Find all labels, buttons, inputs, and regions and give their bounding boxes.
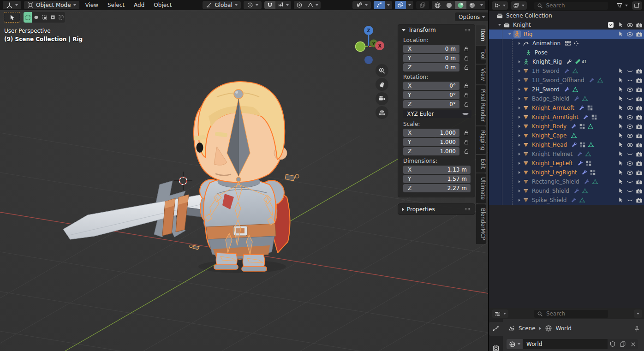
selectable-icon[interactable] bbox=[617, 31, 624, 37]
expand-icon[interactable] bbox=[519, 79, 520, 82]
menu-object[interactable]: Object bbox=[150, 1, 175, 9]
gizmo-neg-y-axis[interactable] bbox=[356, 42, 365, 52]
expand-icon[interactable] bbox=[519, 134, 520, 137]
properties-subpanel-header[interactable]: Properties bbox=[398, 203, 475, 215]
fake-user-button[interactable] bbox=[608, 339, 618, 349]
selectable-icon[interactable] bbox=[617, 142, 624, 148]
expand-icon[interactable] bbox=[508, 33, 511, 35]
viewport-3d[interactable]: Object Mode View Select Add Object Globa… bbox=[0, 0, 488, 351]
gizmos-dropdown[interactable] bbox=[385, 1, 392, 9]
expand-icon[interactable] bbox=[519, 190, 520, 192]
render-camera-icon[interactable] bbox=[635, 105, 643, 112]
tab-tool-properties[interactable] bbox=[489, 322, 503, 336]
scale-x-field[interactable]: X1.000 bbox=[403, 129, 459, 137]
selectable-icon[interactable] bbox=[617, 197, 624, 203]
expand-icon[interactable] bbox=[519, 180, 520, 183]
location-z-field[interactable]: Z0 m bbox=[403, 63, 459, 71]
eye-closed-icon[interactable] bbox=[626, 77, 633, 84]
display-mode-button[interactable] bbox=[511, 1, 527, 10]
render-camera-icon[interactable] bbox=[635, 95, 643, 102]
selectable-icon[interactable] bbox=[617, 22, 624, 28]
expand-icon[interactable] bbox=[519, 162, 520, 165]
shading-rendered-button[interactable] bbox=[466, 1, 478, 9]
grip-icon[interactable] bbox=[464, 27, 471, 34]
world-browse-button[interactable] bbox=[507, 339, 523, 349]
render-camera-icon[interactable] bbox=[635, 114, 643, 121]
selectable-icon[interactable] bbox=[617, 86, 624, 93]
expand-icon[interactable] bbox=[519, 42, 520, 45]
outliner-row-scene-collection[interactable]: Scene Collection bbox=[489, 11, 644, 20]
expand-icon[interactable] bbox=[519, 199, 520, 202]
navigation-gizmo[interactable]: Z Y X bbox=[351, 23, 389, 66]
expand-icon[interactable] bbox=[519, 88, 520, 91]
render-camera-icon[interactable] bbox=[635, 178, 643, 185]
render-camera-icon[interactable] bbox=[635, 123, 643, 130]
selectable-icon[interactable] bbox=[617, 132, 624, 139]
dimension-y-field[interactable]: Y1.57 m bbox=[403, 175, 471, 183]
shading-wireframe-button[interactable] bbox=[432, 1, 443, 9]
menu-view[interactable]: View bbox=[82, 1, 101, 9]
rotation-x-field[interactable]: X0° bbox=[403, 82, 459, 90]
selectable-icon[interactable] bbox=[617, 105, 624, 111]
properties-editor-type-button[interactable] bbox=[492, 309, 508, 318]
menu-select[interactable]: Select bbox=[104, 1, 128, 9]
shading-dropdown[interactable] bbox=[478, 1, 485, 9]
eye-icon[interactable] bbox=[626, 22, 633, 29]
new-collection-button[interactable] bbox=[632, 1, 642, 10]
select-tool-5[interactable] bbox=[57, 12, 65, 23]
tab-rigging[interactable]: Rigging bbox=[476, 126, 486, 154]
selectable-icon[interactable] bbox=[617, 123, 624, 130]
snap-mode-dropdown[interactable] bbox=[275, 1, 291, 9]
tab-tool[interactable]: Tool bbox=[476, 46, 486, 63]
overlays-toggle[interactable] bbox=[395, 1, 406, 9]
falloff-dropdown[interactable] bbox=[305, 1, 321, 9]
eye-icon[interactable] bbox=[626, 86, 633, 93]
eye-icon[interactable] bbox=[626, 31, 633, 38]
xray-toggle[interactable] bbox=[416, 1, 429, 9]
rotation-mode-dropdown[interactable]: XYZ Euler bbox=[403, 110, 471, 118]
select-tool-3[interactable] bbox=[40, 12, 48, 23]
unlink-button[interactable] bbox=[628, 339, 638, 349]
lock-icon[interactable] bbox=[463, 55, 470, 61]
pan-button[interactable] bbox=[376, 78, 388, 91]
location-x-field[interactable]: X0 m bbox=[403, 45, 459, 53]
expand-icon[interactable] bbox=[519, 70, 520, 72]
eye-closed-icon[interactable] bbox=[626, 151, 633, 158]
selectable-icon[interactable] bbox=[617, 160, 624, 167]
selectable-icon[interactable] bbox=[617, 68, 624, 74]
render-camera-icon[interactable] bbox=[635, 22, 643, 29]
render-camera-icon[interactable] bbox=[635, 151, 643, 158]
expand-icon[interactable] bbox=[519, 97, 520, 100]
active-tool-button[interactable] bbox=[4, 12, 20, 23]
outliner-search-input[interactable] bbox=[545, 2, 598, 9]
outliner-row-rig[interactable]: Rig bbox=[489, 30, 644, 39]
select-box-tool[interactable] bbox=[24, 12, 32, 23]
breadcrumb-world[interactable]: World bbox=[556, 325, 572, 332]
outliner-row-knight[interactable]: Knight bbox=[489, 20, 644, 30]
render-camera-icon[interactable] bbox=[635, 197, 643, 204]
overlays-dropdown[interactable] bbox=[406, 1, 413, 9]
world-name-field[interactable]: World bbox=[523, 339, 608, 349]
tab-item[interactable]: Item bbox=[476, 25, 486, 45]
filter-button[interactable] bbox=[615, 1, 629, 10]
proportional-editing-toggle[interactable] bbox=[294, 1, 305, 9]
shading-solid-button[interactable] bbox=[443, 1, 455, 9]
eye-icon[interactable] bbox=[626, 123, 633, 130]
camera-view-button[interactable] bbox=[376, 92, 388, 105]
render-camera-icon[interactable] bbox=[635, 132, 643, 139]
gizmos-toggle[interactable] bbox=[374, 1, 385, 9]
render-camera-icon[interactable] bbox=[635, 68, 643, 75]
scale-y-field[interactable]: Y1.000 bbox=[403, 138, 459, 146]
lock-icon[interactable] bbox=[463, 101, 470, 107]
eye-icon[interactable] bbox=[626, 142, 633, 149]
expand-icon[interactable] bbox=[519, 60, 520, 63]
shading-material-button[interactable] bbox=[455, 1, 466, 9]
expand-icon[interactable] bbox=[519, 125, 520, 128]
tab-render-properties[interactable] bbox=[489, 341, 503, 351]
pin-icon[interactable] bbox=[633, 326, 640, 333]
mode-dropdown[interactable]: Object Mode bbox=[24, 1, 79, 9]
properties-search[interactable] bbox=[534, 310, 608, 318]
expand-icon[interactable] bbox=[519, 143, 520, 146]
eye-icon[interactable] bbox=[626, 114, 633, 121]
eye-icon[interactable] bbox=[626, 105, 633, 112]
